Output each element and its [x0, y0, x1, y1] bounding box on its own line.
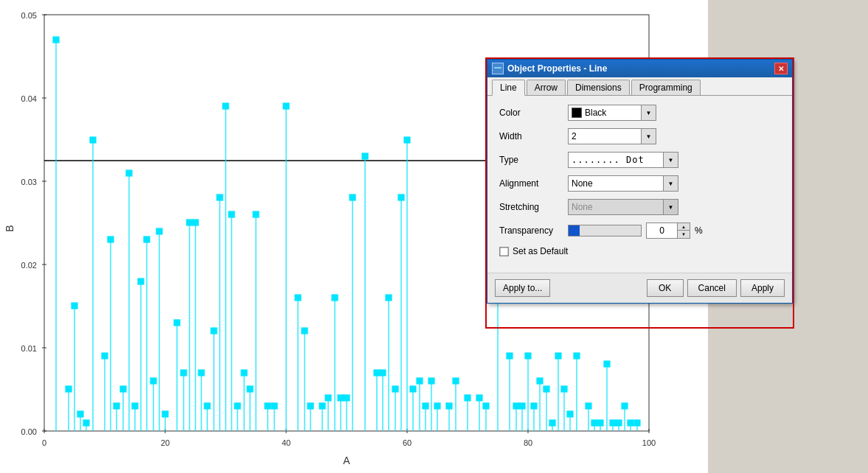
type-dropdown-value: ........ Dot	[569, 155, 663, 165]
svg-rect-113	[350, 195, 355, 200]
svg-rect-161	[537, 378, 543, 384]
svg-rect-157	[525, 353, 531, 359]
svg-rect-177	[591, 420, 597, 426]
svg-rect-91	[265, 403, 271, 409]
svg-rect-43	[108, 236, 114, 242]
svg-rect-33	[72, 303, 77, 309]
stretching-control: None ▼	[568, 199, 780, 215]
svg-rect-37	[83, 420, 89, 426]
alignment-label: Alignment	[499, 178, 562, 189]
svg-rect-189	[628, 420, 633, 426]
svg-rect-185	[616, 420, 622, 426]
transparency-slider[interactable]	[568, 225, 642, 236]
svg-rect-83	[235, 403, 240, 409]
alignment-dropdown-arrow[interactable]: ▼	[663, 176, 678, 191]
alignment-dropdown[interactable]: None ▼	[568, 175, 678, 192]
transparency-label: Transparency	[499, 225, 562, 236]
transparency-input[interactable]: 0	[647, 225, 677, 236]
apply-button[interactable]: Apply	[740, 279, 785, 297]
object-properties-dialog: Object Properties - Line ✕ Line Arrow Di…	[487, 59, 793, 304]
apply-to-button[interactable]: Apply to...	[495, 279, 550, 297]
alignment-value-text: None	[572, 178, 593, 189]
stretching-dropdown: None ▼	[568, 199, 678, 215]
color-dropdown[interactable]: Black ▼	[568, 105, 656, 121]
width-label: Width	[499, 131, 562, 141]
transparency-spinner[interactable]: 0 ▲ ▼	[646, 223, 690, 239]
set-default-label: Set as Default	[513, 246, 568, 256]
svg-rect-35	[77, 411, 83, 417]
svg-rect-159	[531, 403, 537, 409]
svg-rect-117	[374, 370, 380, 376]
stretching-dropdown-arrow: ▼	[663, 200, 678, 214]
svg-text:A: A	[343, 455, 350, 466]
svg-rect-65	[181, 370, 187, 376]
svg-rect-123	[392, 386, 398, 392]
svg-rect-153	[513, 403, 519, 409]
svg-text:20: 20	[161, 438, 170, 447]
set-default-checkbox[interactable]	[499, 247, 509, 256]
svg-rect-131	[417, 378, 423, 384]
svg-rect-175	[586, 403, 591, 409]
dialog-tabs: Line Arrow Dimensions Programming	[487, 77, 792, 96]
svg-text:40: 40	[282, 438, 291, 447]
tab-dimensions[interactable]: Dimensions	[567, 80, 630, 95]
stretching-value-text: None	[572, 202, 593, 212]
svg-rect-165	[549, 420, 555, 426]
svg-rect-192	[494, 67, 501, 69]
width-value-text: 2	[572, 131, 577, 141]
type-value-text: ........ Dot	[572, 155, 645, 165]
svg-rect-41	[102, 353, 108, 359]
transparency-spinner-down[interactable]: ▼	[678, 231, 690, 238]
transparency-row: Transparency 0 ▲ ▼ %	[499, 223, 780, 239]
svg-text:0.00: 0.00	[21, 427, 37, 436]
svg-rect-163	[544, 386, 549, 392]
transparency-spinner-up[interactable]: ▲	[678, 223, 690, 231]
svg-rect-137	[434, 403, 440, 409]
color-dropdown-value: Black	[569, 108, 641, 118]
type-dropdown-arrow[interactable]: ▼	[663, 153, 678, 167]
color-value-text: Black	[585, 108, 606, 118]
svg-rect-97	[295, 295, 301, 301]
svg-rect-187	[622, 403, 628, 409]
color-label: Color	[499, 108, 562, 118]
type-control: ........ Dot ▼	[568, 152, 780, 168]
svg-rect-61	[162, 411, 168, 417]
svg-rect-99	[302, 328, 308, 334]
svg-rect-135	[428, 378, 434, 384]
cancel-button[interactable]: Cancel	[687, 279, 737, 297]
svg-rect-95	[283, 103, 289, 109]
svg-rect-171	[567, 411, 573, 417]
svg-rect-183	[610, 420, 616, 426]
svg-rect-139	[446, 403, 452, 409]
type-dropdown[interactable]: ........ Dot ▼	[568, 152, 678, 168]
svg-rect-39	[90, 137, 96, 143]
svg-text:0.01: 0.01	[21, 344, 37, 353]
tab-programming[interactable]: Programming	[631, 80, 701, 95]
svg-rect-69	[192, 220, 198, 225]
width-control: 2 ▼	[568, 128, 780, 144]
width-dropdown[interactable]: 2 ▼	[568, 128, 656, 144]
dialog-close-button[interactable]: ✕	[774, 63, 788, 74]
tab-line[interactable]: Line	[492, 80, 525, 96]
svg-rect-173	[574, 353, 580, 359]
svg-rect-79	[223, 103, 229, 109]
svg-rect-129	[410, 386, 416, 392]
color-dropdown-arrow[interactable]: ▼	[641, 105, 656, 120]
percent-label: %	[695, 225, 703, 236]
slider-container: 0 ▲ ▼ %	[568, 223, 780, 239]
alignment-row: Alignment None ▼	[499, 175, 780, 192]
svg-rect-63	[174, 320, 180, 326]
dialog-titlebar: Object Properties - Line ✕	[487, 60, 792, 77]
svg-rect-67	[187, 220, 192, 225]
dialog-icon	[492, 63, 504, 74]
svg-rect-81	[229, 211, 235, 217]
ok-button[interactable]: OK	[647, 279, 684, 297]
svg-rect-47	[120, 386, 126, 392]
width-dropdown-arrow[interactable]: ▼	[641, 129, 656, 144]
transparency-spinner-arrows: ▲ ▼	[677, 223, 690, 238]
tab-arrow[interactable]: Arrow	[527, 80, 566, 95]
footer-right: OK Cancel Apply	[647, 279, 785, 297]
dialog-content: Color Black ▼ Width 2 ▼	[487, 96, 792, 273]
svg-rect-105	[325, 395, 331, 401]
svg-rect-111	[344, 395, 350, 401]
